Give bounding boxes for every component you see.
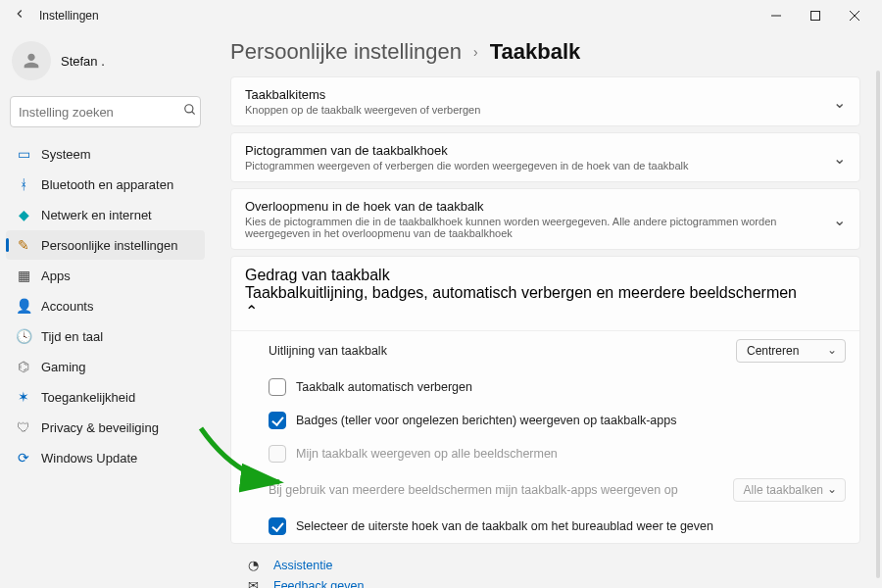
update-icon: ⟳ bbox=[16, 450, 31, 466]
checkbox-multi-display bbox=[269, 445, 286, 463]
svg-point-4 bbox=[185, 105, 193, 113]
section-taskbar-items[interactable]: Taakbalkitems Knoppen op de taakbalk wee… bbox=[230, 76, 860, 126]
wifi-icon: ◆ bbox=[16, 207, 31, 222]
chevron-down-icon: ⌄ bbox=[833, 92, 846, 111]
nav-privacy[interactable]: 🛡Privacy & beveiliging bbox=[6, 413, 205, 442]
titlebar: Instellingen bbox=[0, 0, 882, 31]
search-input[interactable] bbox=[19, 105, 183, 120]
row-multi-apps: Bij gebruik van meerdere beeldschermen m… bbox=[231, 470, 859, 510]
back-button[interactable] bbox=[8, 7, 31, 24]
alignment-select[interactable]: Centreren bbox=[736, 339, 846, 363]
svg-line-5 bbox=[192, 112, 195, 115]
svg-rect-1 bbox=[811, 12, 820, 21]
row-auto-hide[interactable]: Taakbalk automatisch verbergen bbox=[231, 370, 859, 404]
nav-personalization[interactable]: ✎Persoonlijke instellingen bbox=[6, 230, 205, 260]
page-title: Taakbalk bbox=[490, 39, 581, 65]
avatar bbox=[12, 41, 51, 80]
checkbox-auto-hide[interactable] bbox=[269, 378, 286, 396]
sidebar: Stefan . ▭Systeem ᚼBluetooth en apparate… bbox=[0, 31, 211, 588]
search-icon bbox=[183, 103, 197, 121]
bluetooth-icon: ᚼ bbox=[16, 176, 31, 192]
footer-links: ◔ Assistentie ✉ Feedback geven bbox=[230, 550, 860, 588]
scrollbar[interactable] bbox=[876, 71, 880, 578]
shield-icon: 🛡 bbox=[16, 419, 31, 435]
settings-window: Instellingen Stefan . ▭Systeem bbox=[0, 0, 882, 588]
help-icon: ◔ bbox=[248, 558, 264, 572]
clock-icon: 🕓 bbox=[16, 328, 31, 344]
minimize-button[interactable] bbox=[757, 0, 796, 31]
breadcrumb: Persoonlijke instellingen › Taakbalk bbox=[230, 39, 860, 65]
section-corner-icons[interactable]: Pictogrammen van de taakbalkhoek Pictogr… bbox=[230, 132, 860, 182]
checkbox-show-desktop[interactable] bbox=[269, 517, 286, 535]
help-link[interactable]: ◔ Assistentie bbox=[248, 558, 855, 572]
user-name: Stefan . bbox=[61, 54, 105, 69]
nav-list: ▭Systeem ᚼBluetooth en apparaten ◆Netwer… bbox=[6, 139, 205, 472]
section-behavior-header[interactable]: Gedrag van taakbalk Taakbalkuitlijning, … bbox=[231, 257, 859, 330]
row-badges[interactable]: Badges (teller voor ongelezen berichten)… bbox=[231, 404, 859, 437]
checkbox-badges[interactable] bbox=[269, 412, 286, 429]
breadcrumb-parent[interactable]: Persoonlijke instellingen bbox=[230, 39, 462, 65]
nav-bluetooth[interactable]: ᚼBluetooth en apparaten bbox=[6, 170, 205, 199]
nav-system[interactable]: ▭Systeem bbox=[6, 139, 205, 169]
profile-block[interactable]: Stefan . bbox=[6, 31, 205, 96]
nav-network[interactable]: ◆Netwerk en internet bbox=[6, 200, 205, 229]
multi-apps-select: Alle taakbalken bbox=[733, 478, 846, 502]
chevron-right-icon: › bbox=[473, 44, 478, 60]
feedback-link[interactable]: ✉ Feedback geven bbox=[248, 578, 855, 588]
person-icon: 👤 bbox=[16, 298, 31, 314]
accessibility-icon: ✶ bbox=[16, 389, 31, 405]
row-multi-display: Mijn taakbalk weergeven op alle beeldsch… bbox=[231, 437, 859, 470]
feedback-icon: ✉ bbox=[248, 578, 264, 588]
window-title: Instellingen bbox=[39, 9, 99, 23]
row-alignment: Uitlijning van taakbalk Centreren bbox=[231, 331, 859, 370]
apps-icon: ▦ bbox=[16, 268, 31, 283]
close-button[interactable] bbox=[835, 0, 874, 31]
nav-time[interactable]: 🕓Tijd en taal bbox=[6, 321, 205, 351]
display-icon: ▭ bbox=[16, 146, 31, 162]
chevron-down-icon: ⌄ bbox=[833, 210, 846, 228]
search-box[interactable] bbox=[10, 96, 201, 127]
nav-accounts[interactable]: 👤Accounts bbox=[6, 291, 205, 320]
nav-update[interactable]: ⟳Windows Update bbox=[6, 443, 205, 472]
main-content: Persoonlijke instellingen › Taakbalk Taa… bbox=[211, 31, 882, 588]
chevron-up-icon: ⌃ bbox=[245, 303, 258, 319]
xbox-icon: ⌬ bbox=[16, 359, 31, 374]
nav-accessibility[interactable]: ✶Toegankelijkheid bbox=[6, 382, 205, 412]
maximize-button[interactable] bbox=[796, 0, 835, 31]
row-show-desktop[interactable]: Selecteer de uiterste hoek van de taakba… bbox=[231, 510, 859, 543]
nav-gaming[interactable]: ⌬Gaming bbox=[6, 352, 205, 381]
section-behavior: Gedrag van taakbalk Taakbalkuitlijning, … bbox=[230, 256, 860, 544]
brush-icon: ✎ bbox=[16, 237, 31, 253]
nav-apps[interactable]: ▦Apps bbox=[6, 261, 205, 290]
section-overflow[interactable]: Overloopmenu in de hoek van de taakbalk … bbox=[230, 188, 860, 250]
chevron-down-icon: ⌄ bbox=[833, 148, 846, 167]
